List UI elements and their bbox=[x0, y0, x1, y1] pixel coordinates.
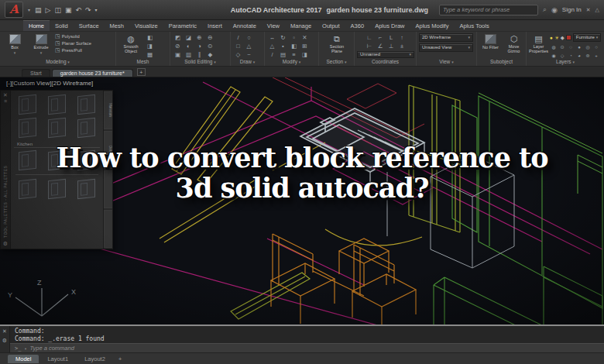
no-filter-button[interactable]: No Filter bbox=[479, 33, 502, 50]
modify-tool-icon[interactable]: △ bbox=[267, 42, 277, 50]
ribbon-tab[interactable]: Output bbox=[317, 20, 345, 31]
layer-tool-icon[interactable]: ◉ bbox=[550, 52, 558, 58]
new-file-icon[interactable]: ▤ bbox=[35, 6, 42, 14]
modify-tool-icon[interactable]: ≡ bbox=[289, 50, 299, 58]
layer-tool-icon[interactable]: ◔ bbox=[567, 52, 575, 58]
autocad-logo-icon[interactable]: A bbox=[5, 2, 23, 18]
box-tool-button[interactable]: Box▾ bbox=[2, 33, 27, 55]
draw-tool-icon[interactable]: ○ bbox=[244, 33, 254, 42]
layer-tool-icon[interactable]: ○ bbox=[592, 43, 600, 52]
app-menu-arrow-icon[interactable]: ▾ bbox=[28, 7, 30, 12]
panel-label-modify[interactable]: Modify ▾ bbox=[265, 58, 318, 66]
layer-tool-icon[interactable]: ◇ bbox=[558, 52, 566, 58]
panel-label-view[interactable]: View ▾ bbox=[417, 58, 476, 66]
coordinates-tool-icon[interactable]: ∟ bbox=[365, 33, 375, 42]
visual-style-dropdown[interactable]: 2D Wireframe▾ bbox=[419, 33, 473, 42]
palette-side-tab[interactable] bbox=[104, 210, 112, 248]
layout-tab[interactable]: Model bbox=[8, 355, 39, 363]
solid-editing-tool-icon[interactable]: ◐ bbox=[184, 42, 194, 50]
tall-cabinet[interactable] bbox=[48, 94, 66, 115]
layer-tool-icon[interactable]: ◎ bbox=[584, 43, 592, 52]
modify-tool-icon[interactable]: ◨ bbox=[300, 50, 310, 58]
modify-tool-icon[interactable]: ▫ bbox=[289, 33, 299, 42]
modify-tool-icon[interactable]: ↔ bbox=[267, 33, 277, 42]
panel-label-mesh[interactable]: Mesh bbox=[116, 58, 170, 66]
solid-editing-tool-icon[interactable]: ⊙ bbox=[205, 42, 215, 50]
layer-tool-icon[interactable]: ⊙ bbox=[558, 43, 566, 52]
named-view-dropdown[interactable]: Unsaved View▾ bbox=[419, 43, 473, 52]
solid-editing-tool-icon[interactable]: ⊕ bbox=[194, 33, 204, 42]
modify-tool-icon[interactable]: ↻ bbox=[278, 33, 288, 42]
panel-label-modeling[interactable]: Modeling ▾ bbox=[0, 58, 115, 66]
layer-color-swatch[interactable] bbox=[566, 35, 571, 40]
modify-tool-icon[interactable]: ▤ bbox=[278, 50, 288, 58]
command-recent-arrow-icon[interactable]: ▾ bbox=[24, 346, 26, 351]
modify-tool-icon[interactable]: ▪ bbox=[278, 42, 288, 50]
solid-editing-tool-icon[interactable]: ∥ bbox=[194, 50, 204, 58]
layer-tool-icon[interactable]: ⊚ bbox=[584, 52, 592, 58]
extrude-tool-button[interactable]: Extrude▾ bbox=[29, 33, 53, 55]
move-gizmo-button[interactable]: ⬡ Move Gizmo bbox=[503, 33, 524, 53]
ribbon-tab[interactable]: A360 bbox=[345, 20, 370, 31]
viewport-controls[interactable]: [-][Custom View][2D Wireframe] bbox=[6, 80, 93, 87]
palette-properties-icon[interactable]: ≡ bbox=[4, 98, 7, 105]
ribbon-tab[interactable]: Insert bbox=[202, 20, 228, 31]
command-customize-icon[interactable]: ⚙ bbox=[2, 338, 7, 344]
coordinates-tool-icon[interactable]: ↑ bbox=[397, 33, 407, 42]
panel-label-solid-editing[interactable]: Solid Editing ▾ bbox=[170, 58, 230, 66]
ribbon-tab[interactable]: Annotate bbox=[228, 20, 262, 31]
wall-cabinet[interactable] bbox=[19, 94, 36, 115]
new-layout-button[interactable]: + bbox=[114, 355, 127, 362]
ribbon-tab[interactable]: View bbox=[262, 20, 285, 31]
ribbon-tab[interactable]: Parametric bbox=[163, 20, 202, 31]
palette-gear-icon[interactable]: ⚙ bbox=[3, 241, 8, 247]
draw-tool-icon[interactable]: ◇ bbox=[233, 50, 243, 58]
undo-icon[interactable]: ↶ bbox=[75, 6, 81, 14]
solid-editing-tool-icon[interactable]: ⊖ bbox=[205, 33, 215, 42]
command-input[interactable]: >_ ▾ Type a command bbox=[10, 343, 604, 352]
layer-properties-button[interactable]: ▤ Layer Properties bbox=[529, 33, 548, 53]
coordinates-tool-icon[interactable]: ⊥ bbox=[386, 42, 396, 50]
coordinates-tool-icon[interactable]: ⊢ bbox=[365, 42, 375, 50]
modify-tool-icon[interactable]: ✕ bbox=[300, 33, 310, 42]
new-drawing-tab-button[interactable]: + bbox=[137, 68, 146, 76]
ribbon-tab[interactable]: Surface bbox=[74, 20, 105, 31]
solid-editing-tool-icon[interactable]: ▥ bbox=[184, 50, 194, 58]
layer-lock-icon[interactable]: ◆ bbox=[561, 35, 565, 41]
modify-tool-icon[interactable]: ⊞ bbox=[300, 42, 310, 50]
autodesk-360-icon[interactable]: △ bbox=[595, 7, 599, 13]
palette-close-icon[interactable]: ✕ bbox=[3, 92, 8, 98]
panel-label-section[interactable]: Section ▾ bbox=[319, 58, 354, 66]
ribbon-tab[interactable]: Home bbox=[23, 20, 50, 31]
coordinates-tool-icon[interactable]: ± bbox=[397, 42, 407, 50]
solid-editing-tool-icon[interactable]: ◩ bbox=[173, 33, 183, 42]
solid-editing-tool-icon[interactable]: ◪ bbox=[184, 33, 194, 42]
ucs-dropdown[interactable]: Unnamed▾ bbox=[357, 51, 414, 58]
modify-tool-icon[interactable]: / bbox=[267, 50, 277, 58]
tab-current-drawing[interactable]: garden house 23 furniture* bbox=[52, 69, 133, 77]
layer-dropdown[interactable]: Furniture▾ bbox=[573, 33, 602, 42]
layer-freeze-icon[interactable]: ☀ bbox=[554, 35, 559, 41]
coordinates-tool-icon[interactable]: L bbox=[386, 33, 396, 42]
modeling-small-tool[interactable]: ◳ Polysolid bbox=[55, 33, 91, 39]
coordinates-tool-icon[interactable]: ∠ bbox=[376, 42, 386, 50]
ribbon-tab[interactable]: Aplus Tools bbox=[454, 20, 494, 31]
draw-tool-icon[interactable]: ~ bbox=[244, 50, 254, 58]
layer-tool-icon[interactable]: ◍ bbox=[550, 43, 558, 52]
plot-icon[interactable]: ▣ bbox=[65, 6, 72, 14]
layer-tool-icon[interactable]: + bbox=[592, 52, 600, 58]
exchange-apps-icon[interactable]: ✕ bbox=[586, 7, 591, 13]
panel-label-draw[interactable]: Draw ▾ bbox=[231, 58, 264, 66]
coordinates-tool-icon[interactable]: ⌐ bbox=[376, 33, 386, 42]
qat-dropdown-icon[interactable]: ▾ bbox=[95, 7, 98, 12]
sign-in-button[interactable]: Sign In bbox=[562, 6, 582, 13]
ribbon-tab[interactable]: Aplus Draw bbox=[369, 20, 410, 31]
search-input[interactable]: Type a keyword or phrase bbox=[439, 5, 538, 15]
open-drawer[interactable] bbox=[77, 94, 95, 115]
palette-side-tab[interactable]: Materials bbox=[104, 91, 112, 129]
modify-tool-icon[interactable]: ◧ bbox=[289, 42, 299, 50]
solid-editing-tool-icon[interactable]: ◆ bbox=[205, 50, 215, 58]
panel-label-coordinates[interactable]: Coordinates bbox=[355, 58, 416, 66]
section-plane-button[interactable]: ⧉ Section Plane bbox=[324, 33, 349, 53]
redo-icon[interactable]: ↷ bbox=[85, 6, 91, 14]
